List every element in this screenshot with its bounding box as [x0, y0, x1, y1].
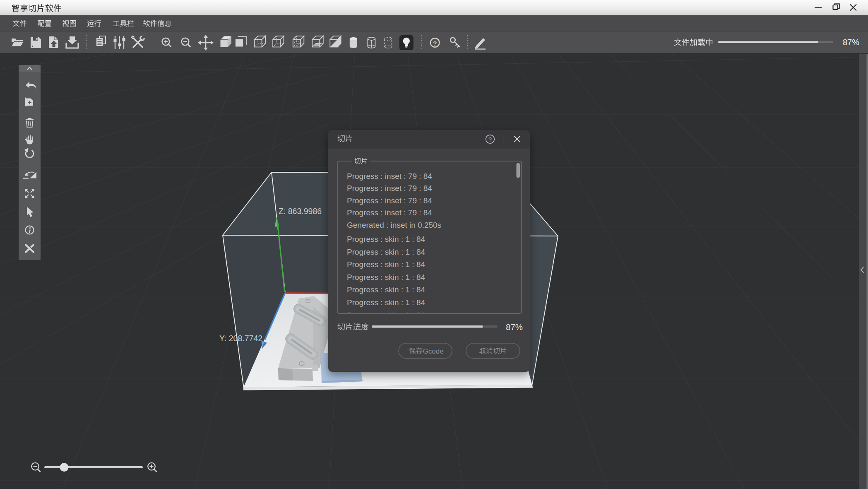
- svg-text:Progress : skin : 1 : 84: Progress : skin : 1 : 84: [347, 273, 425, 282]
- svg-text:Progress : skin : 1 : 84: Progress : skin : 1 : 84: [347, 298, 425, 307]
- svg-text:Z: 863.9986: Z: 863.9986: [279, 207, 322, 216]
- svg-text:Y: 208.7742: Y: 208.7742: [219, 334, 262, 343]
- svg-text:Progress : inset : 79 : 84: Progress : inset : 79 : 84: [347, 196, 432, 205]
- svg-text:Gcode: Gcode: [423, 347, 444, 355]
- svg-text:Progress : skin : 1 : 84: Progress : skin : 1 : 84: [347, 248, 425, 256]
- svg-text:?: ?: [433, 40, 437, 47]
- svg-text:Progress : inset : 79 : 84: Progress : inset : 79 : 84: [347, 172, 432, 181]
- svg-text:Progress : inset : 79 : 84: Progress : inset : 79 : 84: [347, 208, 432, 217]
- svg-text:Progress : skin : 1 : 84: Progress : skin : 1 : 84: [347, 260, 425, 269]
- svg-text:Generated : inset in 0.250s: Generated : inset in 0.250s: [347, 221, 441, 229]
- svg-text:Progress : inset : 79 : 84: Progress : inset : 79 : 84: [347, 184, 432, 193]
- svg-text:87%: 87%: [506, 322, 523, 332]
- svg-text:Progress : skin : 1 : 84: Progress : skin : 1 : 84: [347, 235, 425, 243]
- svg-text:Progress : skin : 1 : 84: Progress : skin : 1 : 84: [347, 285, 425, 294]
- svg-text:?: ?: [488, 136, 492, 143]
- svg-text:87%: 87%: [843, 38, 859, 47]
